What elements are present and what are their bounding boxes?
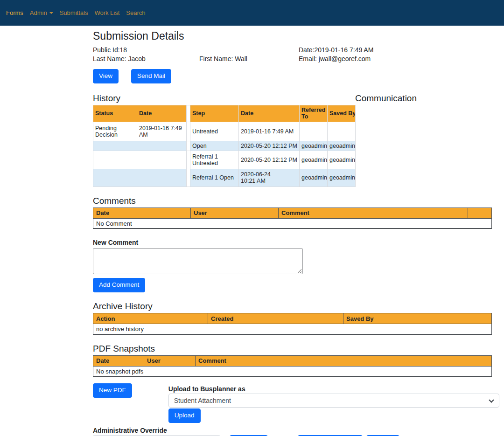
history-row: Referral 1 Open 2020-06-24 10:21 AM geoa…	[93, 169, 356, 187]
history-cell-step-date: 2020-06-24 10:21 AM	[239, 169, 300, 187]
archive-col-created: Created	[208, 313, 343, 324]
history-col-step-date: Date	[239, 105, 300, 122]
comments-heading: Comments	[93, 196, 491, 206]
send-mail-button[interactable]: Send Mail	[131, 69, 171, 83]
history-row: Pending Decision 2019-01-16 7:49 AM Untr…	[93, 122, 356, 141]
history-cell-step-date: 2019-01-16 7:49 AM	[239, 122, 300, 141]
history-cell-referred-to: geoadmin	[300, 169, 328, 187]
history-header-row: Status Date Step Date Referred To Saved …	[93, 105, 356, 122]
nav-item-forms[interactable]: Forms	[3, 6, 27, 20]
dropdown-caret-icon	[49, 12, 53, 14]
history-cell-step-date: 2020-05-20 12:12 PM	[239, 141, 300, 151]
admin-override-label: Administrative Override	[93, 427, 491, 434]
new-comment-input[interactable]	[93, 248, 303, 274]
history-cell-step: Referral 1 Open	[190, 169, 239, 187]
history-col-saved-by: Saved By	[328, 105, 356, 122]
nav-admin-label: Admin	[30, 9, 47, 16]
admin-override-section: Administrative Override geoadmin Reassig…	[93, 427, 491, 436]
history-cell-referred-to	[300, 122, 328, 141]
history-cell-referred-to: geoadmin	[300, 141, 328, 151]
history-cell-saved-by	[328, 122, 356, 141]
history-col-status: Status	[93, 105, 137, 122]
first-name-text: First Name: Wall	[199, 55, 299, 63]
archive-empty-text: no archive history	[93, 324, 492, 334]
history-cell-status: Pending Decision	[93, 122, 137, 141]
history-col-date: Date	[137, 105, 187, 122]
upload-busplanner-label: Upload to Busplanner as	[168, 385, 499, 393]
navbar: Forms Admin Submittals Work List Search	[0, 0, 504, 26]
history-cell-date: 2019-01-16 7:49 AM	[137, 122, 187, 141]
comments-header-row: Date User Comment	[93, 208, 492, 218]
comments-table: Date User Comment No Comment	[93, 208, 492, 229]
view-button[interactable]: View	[93, 69, 119, 83]
new-pdf-button[interactable]: New PDF	[93, 383, 132, 398]
submission-info: Public Id:18 Date:2019-01-16 7:49 AM Las…	[93, 46, 491, 63]
archive-header-row: Action Created Saved By	[93, 313, 492, 324]
history-table: Status Date Step Date Referred To Saved …	[93, 105, 356, 187]
email-text: Email: jwall@georef.com	[299, 55, 491, 63]
comments-col-actions	[468, 208, 492, 218]
history-col-referred-to: Referred To	[300, 105, 328, 122]
history-cell-status	[93, 151, 187, 169]
date-text: Date:2019-01-16 7:49 AM	[299, 46, 491, 54]
pdf-col-date: Date	[93, 355, 144, 366]
history-col-step: Step	[190, 105, 239, 122]
nav-item-submittals[interactable]: Submittals	[56, 6, 91, 20]
archive-history-section: Archive History Action Created Saved By …	[93, 301, 491, 335]
history-cell-saved-by: geoadmin	[328, 141, 356, 151]
history-cell-referred-to: geoadmin	[300, 151, 328, 169]
history-heading: History	[93, 93, 355, 104]
comments-col-comment: Comment	[279, 208, 468, 218]
archive-empty-row: no archive history	[93, 324, 492, 334]
archive-col-action: Action	[93, 313, 208, 324]
pdf-empty-text: No snapshot pdfs	[93, 366, 492, 376]
history-section: History Status Date Step Date Referred T…	[93, 93, 355, 187]
main-content: Submission Details Public Id:18 Date:201…	[93, 30, 491, 436]
comments-empty-text: No Comment	[93, 218, 492, 228]
pdf-snapshots-heading: PDF Snapshots	[93, 344, 491, 354]
public-id-text: Public Id:18	[93, 46, 199, 54]
communication-heading: Communication	[355, 93, 417, 104]
page-title: Submission Details	[93, 30, 491, 42]
new-comment-label: New Comment	[93, 239, 491, 246]
nav-item-search[interactable]: Search	[123, 6, 148, 20]
history-gap-col	[187, 105, 190, 122]
nav-item-admin[interactable]: Admin	[27, 6, 56, 20]
pdf-col-comment: Comment	[196, 355, 492, 366]
archive-col-saved-by: Saved By	[343, 313, 492, 324]
pdf-col-user: User	[144, 355, 196, 366]
history-cell-status	[93, 141, 187, 151]
comments-col-user: User	[191, 208, 279, 218]
pdf-empty-row: No snapshot pdfs	[93, 366, 492, 376]
archive-history-table: Action Created Saved By no archive histo…	[93, 313, 492, 335]
history-row: Open 2020-05-20 12:12 PM geoadmin geoadm…	[93, 141, 356, 151]
pdf-header-row: Date User Comment	[93, 355, 492, 366]
history-row: Referral 1 Untreated 2020-05-20 12:12 PM…	[93, 151, 356, 169]
comments-empty-row: No Comment	[93, 218, 492, 228]
comments-section: Comments Date User Comment No Comment	[93, 196, 491, 229]
add-comment-button[interactable]: Add Comment	[93, 278, 145, 292]
history-cell-step: Untreated	[190, 122, 239, 141]
pdf-snapshots-section: PDF Snapshots Date User Comment No snaps…	[93, 344, 491, 377]
upload-button[interactable]: Upload	[168, 408, 201, 423]
history-cell-status	[93, 169, 187, 187]
pdf-actions: New PDF Upload to Busplanner as Student …	[93, 383, 491, 423]
history-cell-saved-by: geoadmin	[328, 151, 356, 169]
comments-col-date: Date	[93, 208, 191, 218]
history-cell-step-date: 2020-05-20 12:12 PM	[239, 151, 300, 169]
history-cell-saved-by: geoadmin	[328, 169, 356, 187]
archive-history-heading: Archive History	[93, 301, 491, 311]
nav-item-work-list[interactable]: Work List	[91, 6, 123, 20]
last-name-text: Last Name: Jacob	[93, 55, 199, 63]
pdf-snapshots-table: Date User Comment No snapshot pdfs	[93, 355, 492, 377]
busplanner-type-select[interactable]: Student Attachment	[168, 394, 499, 408]
history-cell-step: Open	[190, 141, 239, 151]
new-comment-section: New Comment Add Comment	[93, 239, 491, 292]
history-cell-step: Referral 1 Untreated	[190, 151, 239, 169]
